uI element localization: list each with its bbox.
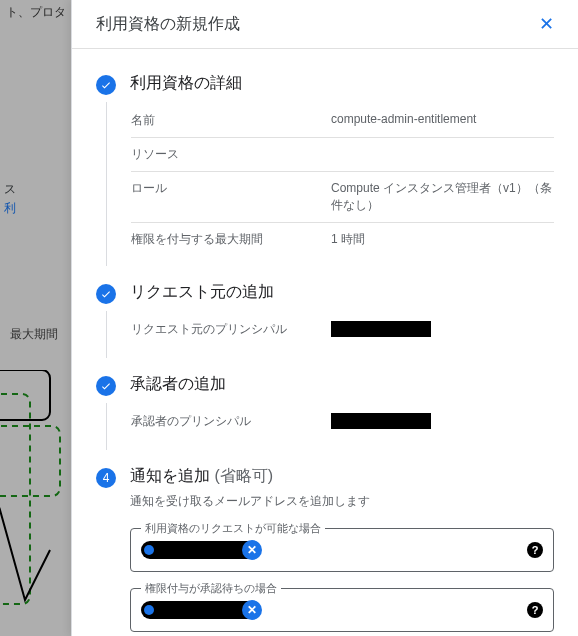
detail-role-value: Compute インスタンス管理者（v1）（条件なし） xyxy=(331,180,554,214)
step-approvers-content: 承認者のプリンシパル xyxy=(106,403,554,450)
approvers-row: 承認者のプリンシパル xyxy=(131,407,554,438)
detail-duration-value: 1 時間 xyxy=(331,231,554,248)
redacted-principal xyxy=(331,321,431,337)
notif-field-awaiting-approval[interactable]: 権限付与が承認待ちの場合 ✕ ? xyxy=(130,588,554,632)
help-icon[interactable]: ? xyxy=(527,542,543,558)
check-icon xyxy=(100,79,112,91)
approvers-label: 承認者のプリンシパル xyxy=(131,413,331,430)
detail-role-label: ロール xyxy=(131,180,331,197)
step-notifications: 4 通知を追加 (省略可) 通知を受け取るメールアドレスを追加します 利用資格の… xyxy=(96,466,554,636)
step-notifications-title: 通知を追加 (省略可) xyxy=(130,466,554,487)
detail-row-name: 名前 compute-admin-entitlement xyxy=(131,106,554,135)
step-complete-icon xyxy=(96,75,116,95)
email-chip[interactable]: ✕ xyxy=(141,541,261,559)
create-entitlement-panel: 利用資格の新規作成 ✕ 利用資格の詳細 名前 compute-admin-ent… xyxy=(71,0,578,636)
detail-name-label: 名前 xyxy=(131,112,331,129)
check-icon xyxy=(100,380,112,392)
step-requesters: リクエスト元の追加 リクエスト元のプリンシパル xyxy=(96,282,554,358)
panel-body: 利用資格の詳細 名前 compute-admin-entitlement リソー… xyxy=(72,49,578,636)
divider xyxy=(131,171,554,172)
notif-field-label: 利用資格のリクエストが可能な場合 xyxy=(141,521,325,536)
check-icon xyxy=(100,288,112,300)
email-chip[interactable]: ✕ xyxy=(141,601,261,619)
divider xyxy=(131,222,554,223)
detail-resource-label: リソース xyxy=(131,146,331,163)
approvers-value xyxy=(331,413,554,432)
step-notifications-title-main: 通知を追加 xyxy=(130,467,210,484)
step-complete-icon xyxy=(96,376,116,396)
step-approvers-title[interactable]: 承認者の追加 xyxy=(130,374,554,395)
close-icon: ✕ xyxy=(539,14,554,34)
notif-field-label: 権限付与が承認待ちの場合 xyxy=(141,581,281,596)
step-details-title[interactable]: 利用資格の詳細 xyxy=(130,73,554,94)
detail-name-value: compute-admin-entitlement xyxy=(331,112,554,126)
detail-row-duration: 権限を付与する最大期間 1 時間 xyxy=(131,225,554,254)
step-notifications-optional: (省略可) xyxy=(214,467,273,484)
chip-remove-icon[interactable]: ✕ xyxy=(242,600,262,620)
step-number-icon: 4 xyxy=(96,468,116,488)
detail-row-role: ロール Compute インスタンス管理者（v1）（条件なし） xyxy=(131,174,554,220)
step-details-content: 名前 compute-admin-entitlement リソース ロール Co… xyxy=(106,102,554,266)
requesters-row: リクエスト元のプリンシパル xyxy=(131,315,554,346)
requesters-value xyxy=(331,321,554,340)
panel-title: 利用資格の新規作成 xyxy=(96,14,240,35)
requesters-label: リクエスト元のプリンシパル xyxy=(131,321,331,338)
step-approvers: 承認者の追加 承認者のプリンシパル xyxy=(96,374,554,450)
panel-header: 利用資格の新規作成 ✕ xyxy=(72,0,578,49)
detail-row-resource: リソース xyxy=(131,140,554,169)
step-requesters-content: リクエスト元のプリンシパル xyxy=(106,311,554,358)
close-button[interactable]: ✕ xyxy=(535,11,558,37)
step-complete-icon xyxy=(96,284,116,304)
redacted-principal xyxy=(331,413,431,429)
detail-duration-label: 権限を付与する最大期間 xyxy=(131,231,331,248)
step-requesters-title[interactable]: リクエスト元の追加 xyxy=(130,282,554,303)
step-details: 利用資格の詳細 名前 compute-admin-entitlement リソー… xyxy=(96,73,554,266)
divider xyxy=(131,137,554,138)
chip-remove-icon[interactable]: ✕ xyxy=(242,540,262,560)
help-icon[interactable]: ? xyxy=(527,602,543,618)
notif-field-request-available[interactable]: 利用資格のリクエストが可能な場合 ✕ ? xyxy=(130,528,554,572)
step-notifications-subtitle: 通知を受け取るメールアドレスを追加します xyxy=(130,493,554,510)
